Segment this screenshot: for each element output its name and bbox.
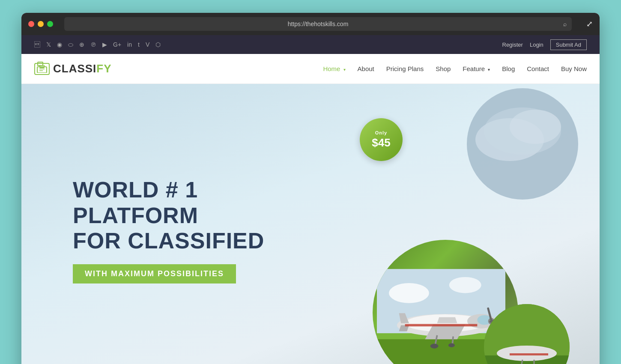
social-icons-group:  𝕏 ◉ ⬭ ⊕ ℗ ▶ G+ in t V ⬡	[34, 41, 161, 48]
svg-point-27	[430, 344, 439, 349]
hero-images: Only $45	[351, 84, 565, 364]
logo-icon	[34, 63, 50, 75]
sky-svg	[467, 88, 578, 200]
close-button[interactable]	[28, 21, 34, 27]
feature-dropdown-arrow: ▾	[488, 67, 490, 72]
social-actions: Register Login Submit Ad	[502, 39, 587, 50]
pinterest-icon[interactable]: ℗	[90, 41, 96, 48]
svg-point-29	[448, 343, 455, 347]
nav-item-shop[interactable]: Shop	[436, 65, 451, 73]
hero-title-line2: FOR CLASSIFIED	[73, 228, 264, 253]
nav-item-about[interactable]: About	[358, 65, 374, 73]
nav-link-buynow[interactable]: Buy Now	[561, 65, 587, 72]
nav-item-pricing[interactable]: Pricing Plans	[386, 65, 424, 73]
svg-point-7	[484, 107, 561, 155]
svg-rect-25	[405, 324, 478, 327]
hero-title: WORLD # 1 PLATFORM FOR CLASSIFIED	[73, 177, 330, 254]
register-link[interactable]: Register	[502, 42, 523, 48]
traffic-lights	[28, 21, 53, 27]
hero-subtitle: WITH MAXIMUM POSSIBILITIES	[85, 269, 224, 278]
svg-marker-19	[437, 317, 457, 323]
google-plus-icon[interactable]: G+	[113, 41, 121, 48]
circle-sky-inner	[467, 88, 578, 200]
address-bar[interactable]: https://thehotskills.com ⌕	[64, 17, 572, 31]
logo-svg	[37, 65, 47, 73]
nav-link-shop[interactable]: Shop	[436, 65, 451, 72]
nav-link-feature[interactable]: Feature ▾	[463, 65, 490, 72]
search-icon[interactable]: ⌕	[563, 21, 567, 27]
nav-link-home[interactable]: Home ▾	[323, 65, 345, 72]
minimize-button[interactable]	[38, 21, 44, 27]
linkedin-icon[interactable]: in	[127, 41, 132, 48]
dribbble-icon[interactable]: ◉	[57, 41, 62, 48]
flickr-icon[interactable]: ⬭	[68, 41, 73, 48]
logo[interactable]: CLASSIFY	[34, 62, 112, 75]
url-text: https://thehotskills.com	[288, 21, 349, 27]
nav-item-feature[interactable]: Feature ▾	[463, 65, 490, 73]
youtube-icon[interactable]: ▶	[102, 41, 107, 48]
price-badge: Only $45	[360, 118, 403, 161]
nav-link-contact[interactable]: Contact	[527, 65, 549, 72]
circle-sky	[467, 88, 578, 200]
hero-content: WORLD # 1 PLATFORM FOR CLASSIFIED WITH M…	[21, 177, 381, 283]
svg-rect-33	[510, 353, 548, 355]
login-link[interactable]: Login	[530, 42, 543, 48]
nav-item-home[interactable]: Home ▾	[323, 65, 345, 73]
nav-link-blog[interactable]: Blog	[502, 65, 515, 72]
main-nav: CLASSIFY Home ▾ About Pricing Plans Shop…	[21, 54, 600, 84]
discord-icon[interactable]: ⊕	[79, 41, 84, 48]
svg-point-13	[449, 277, 481, 293]
home-dropdown-arrow: ▾	[343, 67, 346, 72]
submit-ad-button[interactable]: Submit Ad	[550, 39, 587, 50]
svg-point-12	[389, 283, 429, 303]
hero-subtitle-bar: WITH MAXIMUM POSSIBILITIES	[73, 264, 236, 283]
maximize-button[interactable]	[47, 21, 53, 27]
nav-item-buynow[interactable]: Buy Now	[561, 65, 587, 73]
svg-line-28	[452, 337, 453, 345]
price-only-label: Only	[375, 130, 387, 135]
instagram-icon[interactable]: ⬡	[155, 41, 161, 48]
nav-item-contact[interactable]: Contact	[527, 65, 549, 73]
vimeo-icon[interactable]: V	[146, 41, 149, 48]
nav-item-blog[interactable]: Blog	[502, 65, 515, 73]
expand-icon[interactable]: ⤢	[586, 19, 593, 29]
logo-classi: CLASSI	[53, 62, 96, 75]
tumblr-icon[interactable]: t	[138, 41, 140, 48]
price-amount: $45	[372, 136, 390, 149]
twitter-icon[interactable]: 𝕏	[46, 41, 51, 48]
social-bar:  𝕏 ◉ ⬭ ⊕ ℗ ▶ G+ in t V ⬡ Register Login…	[21, 35, 600, 54]
nav-link-pricing[interactable]: Pricing Plans	[386, 65, 424, 72]
browser-titlebar: https://thehotskills.com ⌕ ⤢	[21, 13, 600, 35]
nav-links: Home ▾ About Pricing Plans Shop Feature …	[323, 65, 587, 73]
browser-window: https://thehotskills.com ⌕ ⤢  𝕏 ◉ ⬭ ⊕ ℗…	[21, 13, 600, 364]
hero-title-line1: WORLD # 1 PLATFORM	[73, 177, 198, 228]
logo-fy: FY	[96, 62, 111, 75]
nav-link-about[interactable]: About	[358, 65, 374, 72]
hero-section: WORLD # 1 PLATFORM FOR CLASSIFIED WITH M…	[21, 84, 600, 364]
logo-text: CLASSIFY	[53, 62, 112, 75]
facebook-icon[interactable]: 	[34, 41, 40, 48]
